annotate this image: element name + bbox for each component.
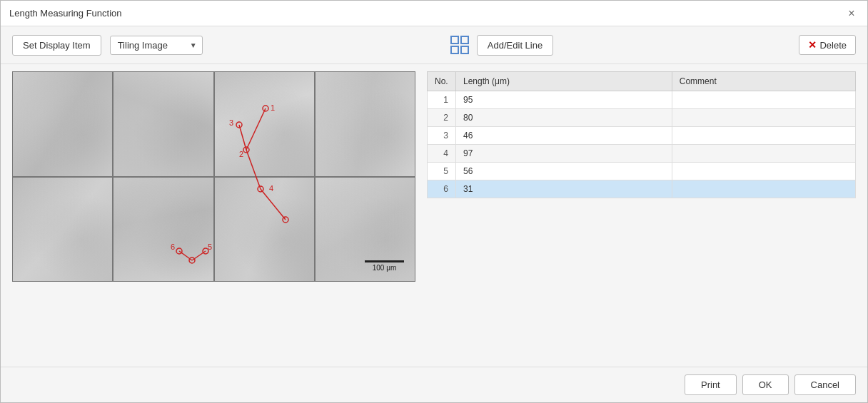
tile-6 <box>113 177 213 282</box>
tile-7 <box>214 177 315 282</box>
col-header-comment: Comment <box>672 72 855 91</box>
table-row[interactable]: 5 56 <box>428 163 856 180</box>
print-button[interactable]: Print <box>685 374 737 395</box>
table-row[interactable]: 1 95 <box>428 91 856 109</box>
cell-length: 31 <box>456 180 672 198</box>
table-row[interactable]: 2 80 <box>428 109 856 127</box>
cell-no: 3 <box>428 127 456 145</box>
add-edit-line-button[interactable]: Add/Edit Line <box>477 35 553 56</box>
cell-length: 56 <box>456 163 672 180</box>
cell-length: 46 <box>456 127 672 145</box>
dialog-title: Length Measuring Function <box>9 8 122 19</box>
content-area: 1 3 2 4 5 6 <box>1 64 867 367</box>
tile-2 <box>113 71 213 177</box>
tile-3 <box>214 71 315 177</box>
length-measuring-dialog: Length Measuring Function × Set Display … <box>0 0 868 403</box>
svg-rect-2 <box>451 46 458 53</box>
tile-1 <box>12 71 113 177</box>
cell-no: 4 <box>428 145 456 163</box>
footer: Print OK Cancel <box>1 367 867 402</box>
tiling-grid <box>12 71 415 282</box>
scale-bar: 100 μm <box>365 260 404 272</box>
cell-comment <box>672 180 855 198</box>
scale-bar-label: 100 μm <box>373 264 397 272</box>
cell-comment <box>672 145 855 163</box>
delete-x-icon: ✕ <box>808 39 817 51</box>
table-row[interactable]: 4 97 <box>428 145 856 163</box>
cell-comment <box>672 163 855 180</box>
cell-length: 97 <box>456 145 672 163</box>
cell-no: 2 <box>428 109 456 127</box>
tiling-dropdown[interactable]: Tiling Image Single Image <box>110 36 203 55</box>
svg-rect-1 <box>461 36 468 44</box>
cell-no: 5 <box>428 163 456 180</box>
title-bar: Length Measuring Function × <box>1 1 867 26</box>
cell-no: 6 <box>428 180 456 198</box>
data-table: No. Length (μm) Comment 1 95 2 80 3 46 4… <box>427 71 856 198</box>
set-display-button[interactable]: Set Display Item <box>12 35 101 56</box>
table-row[interactable]: 3 46 <box>428 127 856 145</box>
tile-5 <box>12 177 113 282</box>
tile-4 <box>315 71 415 177</box>
svg-rect-0 <box>451 36 458 44</box>
svg-rect-3 <box>461 46 468 53</box>
image-panel: 1 3 2 4 5 6 <box>12 71 415 282</box>
cell-length: 80 <box>456 109 672 127</box>
col-header-no: No. <box>428 72 456 91</box>
cell-comment <box>672 127 855 145</box>
crosshair-icon <box>448 34 471 56</box>
tiling-dropdown-container: Tiling Image Single Image ▼ <box>110 36 203 55</box>
col-header-length: Length (μm) <box>456 72 672 91</box>
delete-button[interactable]: ✕ Delete <box>799 35 856 55</box>
cell-comment <box>672 109 855 127</box>
table-row[interactable]: 6 31 <box>428 180 856 198</box>
ok-button[interactable]: OK <box>742 374 789 395</box>
toolbar: Set Display Item Tiling Image Single Ima… <box>1 26 867 64</box>
close-button[interactable]: × <box>844 6 859 21</box>
cell-no: 1 <box>428 91 456 109</box>
scale-bar-line <box>365 260 404 262</box>
cell-comment <box>672 91 855 109</box>
cancel-button[interactable]: Cancel <box>794 374 856 395</box>
cell-length: 95 <box>456 91 672 109</box>
table-panel: No. Length (μm) Comment 1 95 2 80 3 46 4… <box>427 71 856 359</box>
